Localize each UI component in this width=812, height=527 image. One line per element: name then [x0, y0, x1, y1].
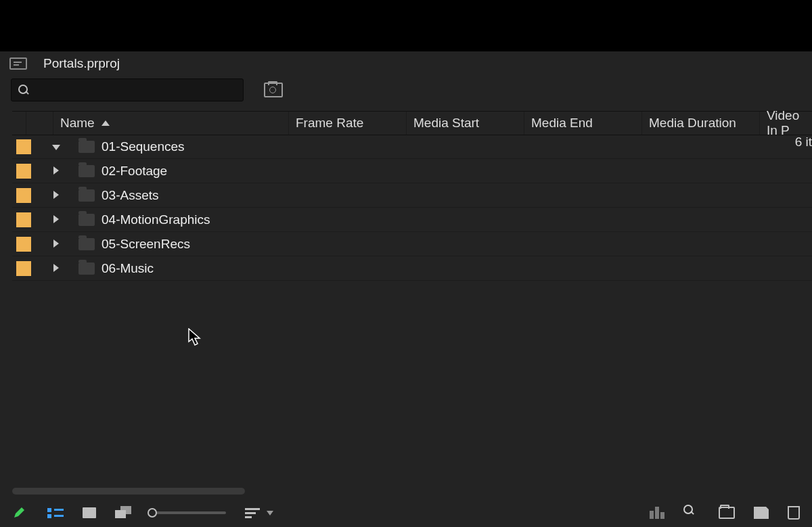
search-box[interactable]	[11, 78, 244, 101]
column-label[interactable]	[12, 112, 26, 135]
column-frame-rate[interactable]: Frame Rate	[289, 112, 407, 135]
automate-to-sequence-button[interactable]	[650, 507, 664, 519]
column-media-end[interactable]: Media End	[524, 112, 642, 135]
table-row[interactable]: 01-Sequences	[12, 135, 812, 159]
column-video-in[interactable]: Video In P	[760, 112, 812, 135]
new-item-button[interactable]	[754, 507, 769, 519]
expand-toggle[interactable]	[53, 214, 59, 225]
panel-header: Portals.prproj	[0, 51, 812, 76]
bin-name[interactable]: 01-Sequences	[102, 139, 812, 154]
bin-name[interactable]: 04-MotionGraphics	[102, 212, 812, 227]
search-icon	[18, 85, 29, 95]
expand-toggle[interactable]	[53, 263, 59, 274]
bin-name[interactable]: 05-ScreenRecs	[102, 237, 812, 252]
label-chip[interactable]	[16, 261, 31, 276]
expand-toggle[interactable]	[53, 166, 59, 177]
horizontal-scrollbar[interactable]	[12, 488, 245, 495]
new-search-bin-button[interactable]	[264, 83, 283, 97]
label-chip[interactable]	[16, 212, 31, 227]
table-row[interactable]: 02-Footage	[12, 159, 812, 183]
panel-footer	[0, 499, 812, 527]
search-row	[0, 76, 812, 108]
find-button[interactable]	[683, 505, 700, 521]
search-input[interactable]	[35, 84, 236, 96]
table-row[interactable]: 06-Music	[12, 256, 812, 281]
folder-icon	[78, 238, 95, 250]
label-chip[interactable]	[16, 188, 31, 203]
folder-icon	[78, 262, 95, 275]
label-chip[interactable]	[16, 139, 31, 154]
zoom-thumb[interactable]	[148, 508, 157, 518]
project-panel: Portals.prproj 6 it Name Frame Rate Medi…	[0, 51, 812, 499]
folder-icon	[78, 141, 95, 153]
table-body[interactable]: 01-Sequences 02-Footage 03-Assets 04-Mot…	[12, 135, 812, 484]
list-view-button[interactable]	[47, 508, 64, 518]
project-title: Portals.prproj	[43, 56, 120, 71]
chevron-down-icon	[267, 511, 273, 515]
sort-menu[interactable]	[245, 508, 273, 518]
column-expand	[26, 112, 53, 135]
label-chip[interactable]	[16, 164, 31, 179]
table-header: Name Frame Rate Media Start Media End Me…	[12, 111, 812, 135]
table-row[interactable]: 04-MotionGraphics	[12, 208, 812, 232]
freeform-view-button[interactable]	[115, 506, 133, 520]
bin-name[interactable]: 03-Assets	[102, 188, 812, 203]
new-bin-button[interactable]	[719, 507, 735, 519]
folder-icon	[78, 214, 95, 226]
write-mode-button[interactable]	[12, 505, 28, 521]
label-chip[interactable]	[16, 237, 31, 252]
column-media-start[interactable]: Media Start	[407, 112, 524, 135]
bin-name[interactable]: 02-Footage	[102, 164, 812, 179]
project-icon	[9, 58, 27, 70]
table-row[interactable]: 03-Assets	[12, 183, 812, 208]
delete-button[interactable]	[788, 506, 800, 520]
thumbnail-zoom-slider[interactable]	[152, 511, 226, 514]
sort-ascending-icon	[102, 120, 110, 126]
expand-toggle[interactable]	[53, 239, 59, 250]
sort-icon	[245, 508, 260, 518]
folder-icon	[78, 165, 95, 177]
table-row[interactable]: 05-ScreenRecs	[12, 232, 812, 256]
expand-toggle[interactable]	[53, 190, 59, 201]
column-media-duration[interactable]: Media Duration	[642, 112, 760, 135]
expand-toggle[interactable]	[52, 141, 60, 152]
column-name[interactable]: Name	[53, 112, 289, 135]
icon-view-button[interactable]	[83, 507, 96, 518]
folder-icon	[78, 189, 95, 202]
bin-name[interactable]: 06-Music	[102, 261, 812, 276]
